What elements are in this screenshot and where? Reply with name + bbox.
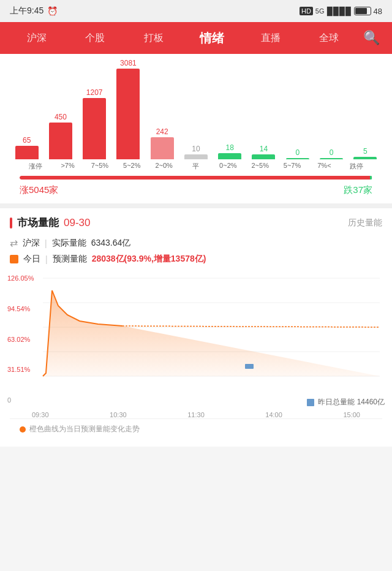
predicted-volume-label: 预测量能 [53, 254, 87, 265]
chart-fill-area [43, 290, 380, 376]
label-2to5: 2~5% [244, 162, 276, 171]
arrows-icon: ⇄ [10, 237, 18, 249]
bar-shape-7to5 [83, 98, 106, 159]
bar-value-2to0: 242 [156, 127, 168, 136]
line-chart-svg [7, 272, 385, 395]
bar-dieting: 5 [349, 147, 382, 159]
rise-fall-summary: 涨5045家 跌37家 [10, 180, 382, 203]
nav-item-gegu[interactable]: 个股 [66, 27, 125, 50]
bar-5to2: 3081 [111, 59, 145, 159]
orange-square-icon [10, 255, 18, 263]
nav-item-zhibo[interactable]: 直播 [241, 27, 300, 50]
bar-shape-5to7 [286, 158, 309, 159]
volume-info: ⇄ 沪深 | 实际量能 6343.64亿 今日 | 预测量能 28038亿(93… [10, 237, 382, 265]
bar-shape-5to2 [116, 69, 140, 159]
bar-value-zhangting: 65 [23, 136, 31, 145]
volume-title-text: 市场量能 [17, 216, 59, 230]
clock-icon: ⏰ [47, 6, 58, 16]
volume-title-group: 市场量能 09-30 [10, 216, 90, 230]
bar-shape-flat [184, 154, 208, 159]
nav-item-quanqiu[interactable]: 全球 [300, 27, 359, 50]
label-dieting: 跌停 [341, 162, 372, 171]
actual-volume-value: 6343.64亿 [91, 238, 131, 249]
legend-blue-icon [307, 399, 314, 406]
bar-shape-2to0 [151, 137, 174, 159]
y-label-4: 31.51% [7, 366, 34, 373]
legend-blue-rect [245, 364, 254, 369]
x-label-1130: 11:30 [187, 411, 205, 418]
5g-badge: 5G [315, 7, 325, 15]
bar-value-5to2: 3081 [120, 59, 137, 67]
rise-count: 涨5045家 [20, 184, 58, 196]
label-gt7: >7% [51, 162, 83, 171]
y-label-1: 126.05% [7, 274, 34, 282]
volume-market-label: 沪深 [23, 238, 40, 249]
bar-7to5: 1207 [78, 88, 111, 159]
footer-note-text: 橙色曲线为当日预测量能变化走势 [29, 424, 140, 434]
hd-badge: HD [300, 7, 313, 15]
label-7to5: 7~5% [84, 162, 116, 171]
bar-shape-gt7 [49, 123, 72, 159]
time-display: 上午9:45 [10, 6, 43, 17]
orange-dot-icon [20, 426, 26, 433]
bar-zhangting: 65 [10, 136, 43, 159]
actual-volume-label: 实际量能 [52, 238, 86, 249]
rise-fall-progress [10, 171, 382, 180]
volume-separator2: | [45, 254, 48, 264]
x-label-1400: 14:00 [265, 411, 282, 418]
bar-gt7: 450 [43, 113, 77, 159]
legend-label: 昨日总量能 14460亿 [318, 397, 385, 407]
bar-value-7to5: 1207 [86, 88, 103, 97]
x-label-0930: 09:30 [32, 411, 49, 418]
bar-flat: 10 [179, 145, 213, 159]
volume-section: 市场量能 09-30 历史量能 ⇄ 沪深 | 实际量能 6343.64亿 今日 … [0, 208, 392, 447]
volume-time-text: 09-30 [64, 217, 90, 229]
bar-shape-0to2 [218, 153, 241, 159]
bar-5to7: 0 [281, 148, 314, 159]
nav-item-daban[interactable]: 打板 [124, 27, 183, 50]
y-label-5: 0 [7, 396, 34, 404]
predicted-volume-value: 28038亿(93.9%,增量13578亿) [92, 254, 206, 265]
x-label-1030: 10:30 [110, 411, 127, 418]
main-content: 65 450 1207 3081 242 [0, 54, 392, 447]
bar-2to5: 14 [247, 145, 281, 159]
battery-level: 48 [374, 7, 382, 16]
bar-value-5to7: 0 [295, 148, 300, 157]
y-label-2: 94.54% [7, 305, 34, 312]
y-label-3: 63.02% [7, 336, 34, 343]
label-zhangting: 涨停 [20, 162, 51, 171]
chart-legend: 昨日总量能 14460亿 [7, 397, 385, 407]
nav-item-qingxu[interactable]: 情绪 [183, 25, 242, 51]
section-divider [0, 203, 392, 208]
navigation-bar: 沪深 个股 打板 情绪 直播 全球 🔍 [0, 22, 392, 54]
today-label: 今日 [23, 254, 40, 265]
signal-icon: ▉▉▉▉ [327, 7, 352, 16]
label-2to0: 2~0% [148, 162, 179, 171]
label-flat: 平 [180, 162, 212, 171]
bar-value-gt7-green: 0 [330, 148, 334, 157]
bar-value-dieting: 5 [363, 147, 368, 156]
bar-bottom-labels: 涨停 >7% 7~5% 5~2% 2~0% 平 0~2% 2~5% 5~7% 7… [10, 159, 382, 171]
distribution-bar-chart: 65 450 1207 3081 242 [10, 61, 382, 159]
volume-row-predicted: 今日 | 预测量能 28038亿(93.9%,增量13578亿) [10, 254, 382, 265]
history-volume-link[interactable]: 历史量能 [348, 217, 382, 229]
bar-value-2to5: 14 [260, 145, 268, 153]
label-7lt: 7%< [308, 162, 340, 171]
footer-note: 橙色曲线为当日预测量能变化走势 [10, 418, 382, 439]
search-icon[interactable]: 🔍 [358, 25, 385, 51]
bar-shape-zhangting [15, 146, 39, 159]
status-bar: 上午9:45 ⏰ HD 5G ▉▉▉▉ 48 [0, 0, 392, 22]
volume-separator: | [45, 238, 47, 248]
bar-0to2: 18 [213, 143, 247, 159]
bar-shape-2to5 [252, 154, 275, 159]
bar-value-gt7: 450 [55, 113, 67, 121]
volume-row-actual: ⇄ 沪深 | 实际量能 6343.64亿 [10, 237, 382, 249]
x-label-1500: 15:00 [343, 411, 360, 418]
bar-value-0to2: 18 [226, 143, 234, 152]
title-bar-accent [10, 217, 12, 229]
battery-icon [354, 7, 371, 15]
nav-item-husheng[interactable]: 沪深 [7, 27, 66, 50]
bar-shape-dieting [353, 157, 377, 159]
label-5to7: 5~7% [276, 162, 308, 171]
label-5to2: 5~2% [116, 162, 148, 171]
